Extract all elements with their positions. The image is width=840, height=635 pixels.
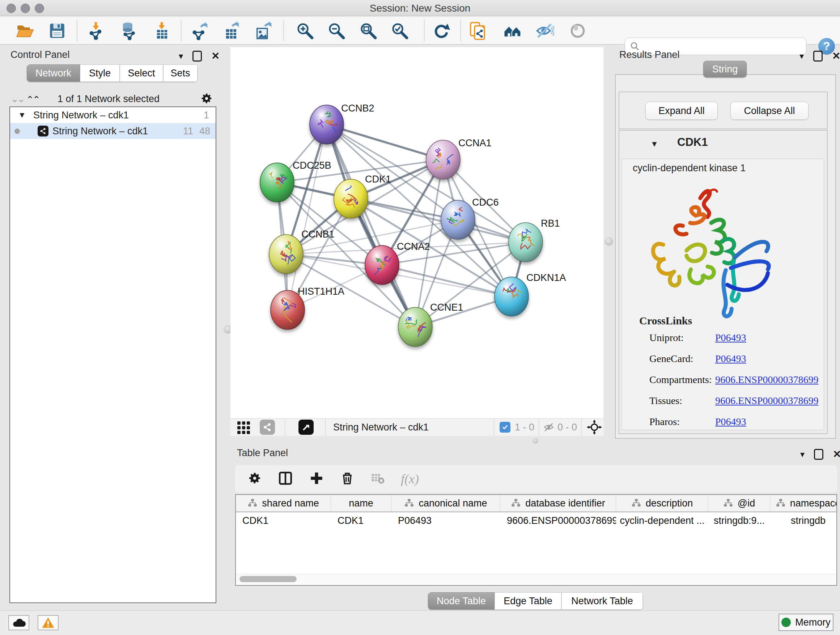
column-header-namespace[interactable]: namespace [770, 495, 837, 511]
open-session-icon[interactable] [14, 21, 35, 41]
collapse-protein-icon[interactable]: ▼ [651, 139, 658, 149]
zoom-out-icon[interactable] [326, 21, 347, 41]
column-header-canonical-name[interactable]: canonical name [392, 495, 500, 511]
crosslink-link[interactable]: 9606.ENSP00000378699 [715, 395, 818, 407]
panel-menu-icon[interactable]: ▾ [179, 51, 183, 61]
column-header-name[interactable]: name [331, 495, 392, 511]
cloud-icon[interactable] [8, 615, 29, 630]
results-buttons-box: Expand All Collapse All [619, 92, 828, 129]
table-cell[interactable]: cyclin-dependent ... [616, 515, 708, 526]
save-session-icon[interactable] [47, 21, 67, 41]
close-panel-icon[interactable]: ✕ [211, 50, 219, 62]
crosslink-link[interactable]: P06493 [715, 353, 746, 364]
crosslink-link[interactable]: P06493 [715, 332, 746, 344]
toolbar-separator [460, 20, 461, 41]
memory-button[interactable]: Memory [778, 614, 834, 631]
pan-crosshair-icon[interactable] [587, 420, 602, 436]
import-table-file-icon[interactable] [152, 21, 172, 41]
window-title: Session: New Session [0, 3, 840, 14]
panel-menu-icon[interactable]: ▾ [800, 449, 805, 459]
table-cell[interactable]: CDK1 [331, 515, 392, 526]
tab-network-table[interactable]: Network Table [561, 592, 643, 610]
column-tree-icon [511, 499, 521, 508]
close-panel-icon[interactable]: ✕ [832, 50, 840, 62]
network-from-selection-icon[interactable] [468, 21, 488, 41]
float-panel-icon[interactable] [193, 51, 202, 62]
network-node-label: CDC25B [293, 160, 332, 171]
tab-string[interactable]: String [703, 61, 747, 78]
hidden-eye-icon[interactable] [542, 421, 555, 435]
export-network-icon[interactable] [190, 21, 210, 41]
warning-icon[interactable] [38, 615, 58, 630]
table-panel-title: Table Panel [237, 448, 288, 459]
network-node[interactable] [494, 277, 529, 316]
delete-column-icon[interactable] [340, 471, 355, 487]
table-cell[interactable]: CDK1 [236, 515, 331, 526]
network-node-label: CCNB1 [302, 229, 335, 240]
panel-menu-icon[interactable]: ▾ [799, 51, 804, 61]
network-node[interactable] [508, 223, 543, 262]
split-columns-icon[interactable] [278, 470, 293, 487]
sphere-icon[interactable] [568, 21, 588, 41]
scrollbar-thumb[interactable] [240, 576, 297, 582]
close-panel-icon[interactable]: ✕ [833, 448, 840, 460]
column-header-shared-name[interactable]: shared name [236, 495, 331, 511]
network-view-canvas[interactable]: CCNB2CCNA1CDC25BCDK1CDC6RB1CCNB1CCNA2CDK… [231, 47, 603, 418]
tab-node-table[interactable]: Node Table [428, 592, 494, 610]
expand-all-button[interactable]: Expand All [645, 102, 718, 120]
network-node[interactable] [426, 140, 460, 179]
toolbar-separator [283, 20, 284, 41]
collapse-tree-icon[interactable]: ▼ [18, 111, 26, 120]
import-network-database-icon[interactable] [118, 21, 139, 41]
table-cell[interactable]: stringdb [770, 515, 837, 526]
table-cell[interactable]: P06493 [392, 515, 500, 526]
hide-selected-icon[interactable] [534, 21, 554, 41]
column-header-database-identifier[interactable]: database identifier [500, 495, 616, 511]
crosslink-link[interactable]: 9606.ENSP00000378699 [715, 374, 818, 386]
zoom-selected-icon[interactable] [390, 21, 410, 41]
network-node[interactable] [309, 105, 344, 144]
horizontal-splitter-grip[interactable] [532, 438, 538, 444]
network-node[interactable] [269, 234, 303, 274]
birdseye-view-icon[interactable] [298, 420, 314, 435]
control-panel-title: Control Panel [11, 49, 70, 60]
table-cell[interactable]: 9606.ENSP00000378699 [500, 515, 616, 526]
network-row[interactable]: String Network – cdk1 11 48 [10, 123, 216, 139]
gear-icon[interactable] [248, 471, 262, 487]
network-node[interactable] [398, 307, 432, 347]
network-view-title: String Network – cdk1 [333, 422, 429, 433]
table-row[interactable]: CDK1CDK1P064939606.ENSP00000378699cyclin… [236, 512, 836, 529]
collapse-all-icon[interactable]: ⌄⌄ [11, 93, 24, 105]
export-table-icon[interactable] [221, 21, 242, 41]
table-cell[interactable]: stringdb:9... [708, 515, 770, 526]
float-panel-icon[interactable] [813, 51, 823, 62]
network-edge[interactable] [327, 125, 443, 160]
column-header--id[interactable]: @id [708, 495, 770, 511]
export-image-icon[interactable] [253, 21, 273, 41]
network-options-gear-icon[interactable] [200, 92, 213, 106]
tab-sets[interactable]: Sets [163, 65, 197, 82]
network-node[interactable] [441, 200, 475, 239]
tab-network[interactable]: Network [27, 65, 80, 82]
crosslink-link[interactable]: P06493 [715, 416, 746, 428]
tab-select[interactable]: Select [120, 65, 163, 82]
column-header-description[interactable]: description [616, 495, 708, 511]
grid-view-icon[interactable] [236, 419, 252, 437]
tab-edge-table[interactable]: Edge Table [494, 592, 561, 610]
home-icon[interactable] [502, 21, 523, 41]
zoom-in-icon[interactable] [295, 21, 315, 41]
collapse-all-button[interactable]: Collapse All [730, 102, 808, 120]
zoom-fit-icon[interactable] [358, 21, 378, 41]
string-results-container: Expand All Collapse All ▼ CDK1 cyclin-de… [615, 74, 836, 439]
network-view-share-icon[interactable] [260, 420, 275, 435]
table-horizontal-scrollbar[interactable] [237, 574, 836, 584]
selected-checkbox-icon[interactable] [500, 422, 510, 432]
node-table[interactable]: shared namenamecanonical namedatabase id… [235, 494, 837, 586]
tab-style[interactable]: Style [80, 65, 120, 82]
import-network-file-icon[interactable] [86, 21, 106, 41]
refresh-icon[interactable] [431, 21, 452, 41]
add-column-icon[interactable] [309, 470, 324, 487]
float-panel-icon[interactable] [814, 449, 823, 460]
network-collection-row[interactable]: ▼ String Network – cdk1 1 [10, 107, 216, 123]
network-node-label: CDC6 [472, 197, 499, 208]
